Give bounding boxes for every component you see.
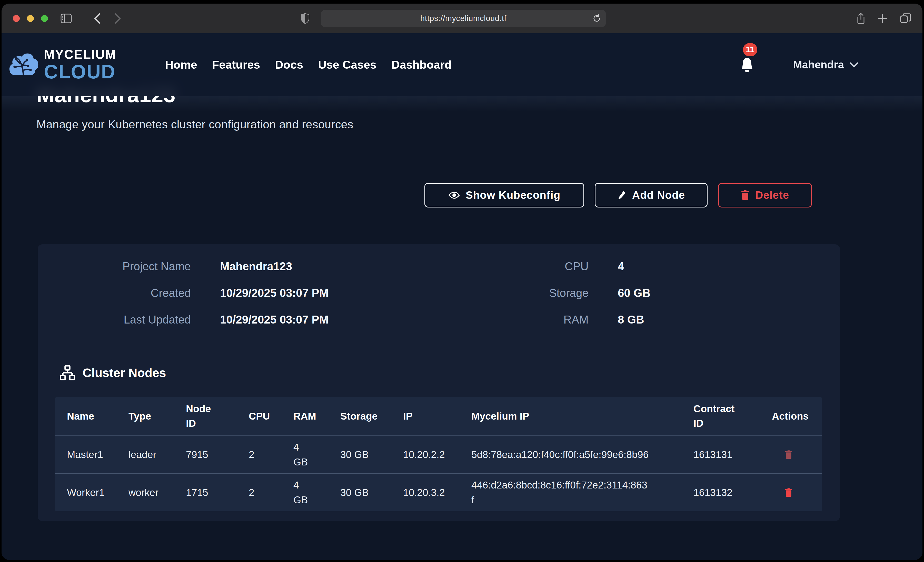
- storage-label: Storage: [435, 285, 588, 301]
- cell-storage: 30 GB: [340, 485, 403, 500]
- logo-text-mycelium: MYCELIUM: [44, 48, 116, 61]
- nav-item-features[interactable]: Features: [212, 58, 260, 72]
- created-value: 10/29/2025 03:07 PM: [220, 285, 328, 301]
- sidebar-toggle-icon[interactable]: [60, 13, 72, 23]
- zoom-window-button[interactable]: [41, 15, 48, 22]
- cell-actions: [772, 488, 822, 497]
- cell-name: Master1: [67, 447, 129, 462]
- delete-node-button[interactable]: [785, 450, 792, 459]
- nav-item-docs[interactable]: Docs: [275, 58, 303, 72]
- cell-contract-id: 1613132: [693, 485, 772, 500]
- url-text: https://myceliumcloud.tf: [420, 14, 507, 23]
- trash-icon: [785, 450, 792, 459]
- new-tab-icon[interactable]: [878, 13, 888, 24]
- eye-icon: [448, 191, 460, 200]
- notifications-button[interactable]: 11: [740, 56, 755, 73]
- col-storage: Storage: [340, 409, 403, 424]
- screenshot-root: https://myceliumcloud.tf: [0, 0, 924, 562]
- storage-value: 60 GB: [618, 285, 650, 301]
- col-node-id: Node ID: [186, 402, 214, 430]
- user-name: Mahendra: [793, 59, 844, 71]
- cell-mycelium-ip: 5d8:78ea:a120:f40c:ff0f:a5fe:99e6:8b96: [471, 447, 655, 462]
- mycelium-cloud-logo[interactable]: MYCELIUM CLOUD: [8, 48, 116, 81]
- delete-node-button[interactable]: [785, 488, 792, 497]
- cell-ip: 10.20.2.2: [403, 447, 471, 462]
- ram-value: 8 GB: [618, 312, 650, 327]
- notification-badge: 11: [743, 43, 757, 56]
- cell-cpu: 2: [249, 485, 293, 500]
- logo-text-cloud: CLOUD: [44, 62, 116, 81]
- privacy-shield-icon: [301, 13, 309, 24]
- last-updated-value: 10/29/2025 03:07 PM: [220, 312, 328, 327]
- back-icon[interactable]: [94, 13, 100, 24]
- col-type: Type: [129, 409, 186, 424]
- cell-actions: [772, 450, 822, 459]
- cell-storage: 30 GB: [340, 447, 403, 462]
- col-ram: RAM: [293, 409, 340, 424]
- cell-type: worker: [129, 485, 186, 500]
- cluster-actions: Show Kubeconfig Add Node Delete: [424, 183, 812, 208]
- cell-type: leader: [129, 447, 186, 462]
- created-label: Created: [38, 285, 191, 301]
- overview-left: Project Name Mahendra123 Created 10/29/2…: [38, 259, 328, 327]
- add-node-label: Add Node: [632, 189, 685, 201]
- chevron-down-icon: [850, 62, 858, 67]
- page-subtitle: Manage your Kubernetes cluster configura…: [36, 118, 353, 131]
- ram-label: RAM: [435, 312, 588, 327]
- cluster-nodes-title: Cluster Nodes: [82, 366, 166, 380]
- project-name-label: Project Name: [38, 259, 191, 274]
- table-row: Master1 leader 7915 2 4 GB 30 GB 10.20.2…: [55, 435, 822, 473]
- forward-icon[interactable]: [114, 13, 121, 24]
- cell-cpu: 2: [249, 447, 293, 462]
- traffic-lights: [13, 15, 48, 22]
- delete-label: Delete: [755, 189, 789, 201]
- overview-right: CPU 4 Storage 60 GB RAM 8 GB: [435, 259, 650, 327]
- address-bar[interactable]: https://myceliumcloud.tf: [321, 10, 606, 27]
- col-ip: IP: [403, 409, 471, 424]
- cell-node-id: 7915: [186, 447, 249, 462]
- browser-window: https://myceliumcloud.tf: [2, 4, 922, 560]
- cluster-nodes-table: Name Type Node ID CPU RAM Storage IP Myc…: [55, 397, 822, 511]
- cpu-value: 4: [618, 259, 650, 274]
- project-name-value: Mahendra123: [220, 259, 328, 274]
- nav-item-use-cases[interactable]: Use Cases: [318, 58, 376, 72]
- last-updated-label: Last Updated: [38, 312, 191, 327]
- cluster-nodes-heading: Cluster Nodes: [59, 365, 166, 381]
- delete-cluster-button[interactable]: Delete: [718, 183, 812, 208]
- table-row: Worker1 worker 1715 2 4 GB 30 GB 10.20.3…: [55, 473, 822, 511]
- table-header-row: Name Type Node ID CPU RAM Storage IP Myc…: [55, 397, 822, 435]
- close-window-button[interactable]: [13, 15, 20, 22]
- page-viewport: Mahendra123: [2, 33, 922, 560]
- minimize-window-button[interactable]: [27, 15, 34, 22]
- cell-ip: 10.20.3.2: [403, 485, 471, 500]
- nodes-icon: [59, 365, 76, 381]
- show-kubeconfig-button[interactable]: Show Kubeconfig: [424, 183, 584, 208]
- share-icon[interactable]: [856, 13, 866, 24]
- trash-icon: [741, 190, 750, 200]
- col-cpu: CPU: [249, 409, 293, 424]
- col-actions: Actions: [772, 409, 822, 424]
- cell-ram: 4 GB: [293, 440, 312, 470]
- pencil-icon: [617, 190, 627, 200]
- cell-mycelium-ip: 446:d2a6:8bcd:8c16:ff0f:72e2:3114:863f: [471, 478, 655, 508]
- show-kubeconfig-label: Show Kubeconfig: [466, 189, 561, 201]
- nav-item-dashboard[interactable]: Dashboard: [392, 58, 452, 72]
- cpu-label: CPU: [435, 259, 588, 274]
- add-node-button[interactable]: Add Node: [595, 183, 708, 208]
- trash-icon: [785, 488, 792, 497]
- col-contract-id: Contract ID: [693, 402, 739, 430]
- cluster-details-card: Project Name Mahendra123 Created 10/29/2…: [38, 244, 840, 521]
- tab-overview-icon[interactable]: [900, 13, 911, 24]
- nav-item-home[interactable]: Home: [165, 58, 197, 72]
- user-menu-button[interactable]: Mahendra: [793, 59, 858, 71]
- reload-icon[interactable]: [592, 14, 602, 23]
- logo-wordmark: MYCELIUM CLOUD: [44, 48, 116, 81]
- cell-contract-id: 1613131: [693, 447, 772, 462]
- bell-icon: [740, 56, 755, 73]
- col-mycelium-ip: Mycelium IP: [471, 409, 693, 424]
- cell-ram: 4 GB: [293, 478, 312, 508]
- cell-name: Worker1: [67, 485, 129, 500]
- col-name: Name: [67, 409, 129, 424]
- main-nav: Home Features Docs Use Cases Dashboard: [165, 58, 452, 72]
- browser-toolbar: https://myceliumcloud.tf: [2, 4, 922, 33]
